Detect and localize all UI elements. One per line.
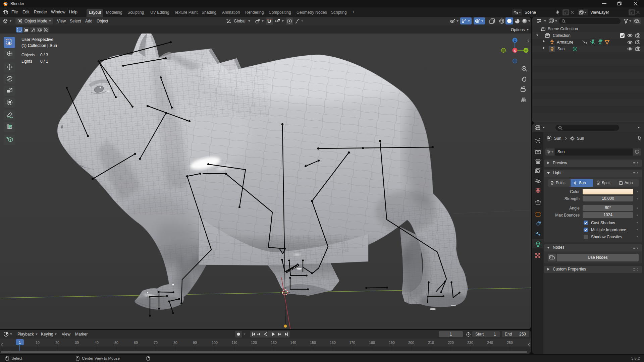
- svg-text:X: X: [514, 49, 516, 52]
- svg-text:Z: Z: [514, 39, 516, 42]
- svg-text:130: 130: [271, 341, 277, 345]
- svg-text:90: 90: [193, 341, 197, 345]
- svg-text:50: 50: [114, 341, 118, 345]
- svg-text:250: 250: [507, 341, 513, 345]
- svg-text:170: 170: [349, 341, 355, 345]
- svg-text:200: 200: [408, 341, 414, 345]
- svg-text:220: 220: [448, 341, 454, 345]
- svg-text:70: 70: [154, 341, 158, 345]
- svg-text:10: 10: [36, 341, 40, 345]
- svg-text:160: 160: [330, 341, 336, 345]
- svg-text:120: 120: [251, 341, 257, 345]
- svg-text:240: 240: [487, 341, 493, 345]
- svg-text:80: 80: [173, 341, 177, 345]
- svg-text:Y: Y: [525, 49, 527, 52]
- svg-text:40: 40: [95, 341, 99, 345]
- svg-text:150: 150: [310, 341, 316, 345]
- svg-text:180: 180: [369, 341, 375, 345]
- svg-text:110: 110: [232, 341, 237, 345]
- svg-text:60: 60: [134, 341, 138, 345]
- svg-text:100: 100: [212, 341, 218, 345]
- svg-text:190: 190: [389, 341, 395, 345]
- svg-text:210: 210: [428, 341, 434, 345]
- svg-text:30: 30: [75, 341, 79, 345]
- svg-text:230: 230: [467, 341, 473, 345]
- svg-text:20: 20: [55, 341, 59, 345]
- svg-text:140: 140: [290, 341, 296, 345]
